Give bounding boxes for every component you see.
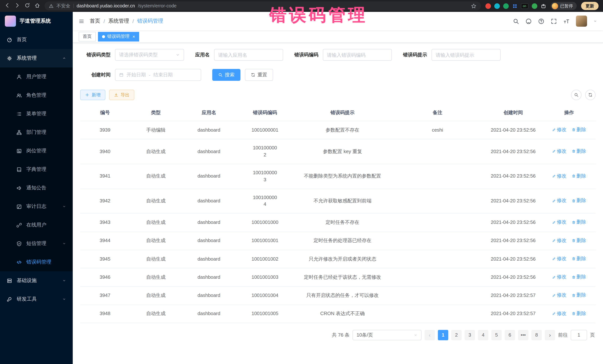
page-button[interactable]: 1 xyxy=(438,330,448,340)
page-button[interactable]: 4 xyxy=(478,330,488,340)
edit-button[interactable]: 修改 xyxy=(552,255,567,263)
delete-button[interactable]: 删除 xyxy=(572,219,586,226)
browser-reload-button[interactable] xyxy=(24,2,30,10)
sidebar-item-menu-mgmt[interactable]: 菜单管理 xyxy=(0,105,73,123)
plus-icon xyxy=(85,93,89,97)
error-type-select[interactable]: 请选择错误码类型 xyxy=(115,49,184,61)
sidebar-item-role-mgmt[interactable]: 角色管理 xyxy=(0,86,73,105)
sidebar-item-online-users[interactable]: 在线用户 xyxy=(0,216,73,234)
close-icon[interactable]: × xyxy=(132,34,135,39)
delete-button[interactable]: 删除 xyxy=(572,173,586,180)
sidebar-item-user-mgmt[interactable]: 用户管理 xyxy=(0,67,73,86)
delete-button[interactable]: 删除 xyxy=(572,126,586,133)
help-icon[interactable] xyxy=(538,18,544,24)
edit-button[interactable]: 修改 xyxy=(552,219,567,226)
edit-button[interactable]: 修改 xyxy=(552,197,567,204)
breadcrumb-system-mgmt[interactable]: 系统管理 xyxy=(108,18,129,24)
page-button[interactable]: 5 xyxy=(491,330,502,340)
sidebar-item-audit-log[interactable]: 审计日志 xyxy=(0,197,73,216)
sidebar-item-dev-tools[interactable]: 研发工具 xyxy=(0,290,73,309)
edit-button[interactable]: 修改 xyxy=(552,292,567,299)
extension-icon[interactable] xyxy=(532,3,537,9)
sidebar-item-infrastructure[interactable]: 基础设施 xyxy=(0,271,73,290)
fullscreen-icon[interactable] xyxy=(551,18,557,24)
bookmark-star-icon[interactable] xyxy=(471,3,476,9)
search-icon[interactable] xyxy=(513,18,519,24)
delete-button[interactable]: 删除 xyxy=(572,292,586,299)
delete-button[interactable]: 删除 xyxy=(572,310,586,317)
security-chip[interactable]: 不安全 xyxy=(56,3,70,9)
extension-icon[interactable] xyxy=(503,3,509,9)
github-icon[interactable] xyxy=(525,18,532,24)
page-button[interactable]: 8 xyxy=(531,330,542,340)
warning-icon xyxy=(49,4,53,8)
table-row: 3946 自动生成 dashboard 1001001003 定时任务已经处于该… xyxy=(80,268,596,287)
browser-home-button[interactable] xyxy=(35,2,40,10)
sidebar-item-home[interactable]: 首页 xyxy=(0,30,73,49)
extension-grid-icon[interactable] xyxy=(512,3,517,9)
delete-button[interactable]: 删除 xyxy=(572,197,586,204)
pencil-icon xyxy=(552,128,556,132)
edit-button[interactable]: 修改 xyxy=(552,173,567,180)
extensions-puzzle-icon[interactable] xyxy=(541,3,546,9)
extension-icon[interactable] xyxy=(494,3,500,9)
error-hint-input[interactable] xyxy=(431,49,500,61)
next-page-button[interactable]: › xyxy=(545,330,555,340)
show-search-toggle-button[interactable] xyxy=(571,90,581,100)
edit-button[interactable]: 修改 xyxy=(552,310,567,317)
app-logo[interactable]: 芋道管理系统 xyxy=(0,12,73,30)
delete-button[interactable]: 删除 xyxy=(572,274,586,281)
sidebar-item-notice[interactable]: 通知公告 xyxy=(0,179,73,197)
page-button[interactable]: 2 xyxy=(451,330,462,340)
font-size-icon[interactable] xyxy=(563,18,570,24)
tab-error-code-mgmt[interactable]: 错误码管理 × xyxy=(98,32,139,41)
export-button[interactable]: 导出 xyxy=(109,90,134,100)
error-code-input[interactable] xyxy=(323,49,392,61)
sidebar-collapse-button[interactable] xyxy=(79,18,84,24)
sidebar-item-dept-mgmt[interactable]: 部门管理 xyxy=(0,123,73,142)
search-icon xyxy=(218,73,223,77)
pencil-icon xyxy=(552,312,556,315)
trash-icon xyxy=(572,199,575,203)
page-button[interactable]: 3 xyxy=(464,330,475,340)
sidebar-item-system-mgmt[interactable]: 系统管理 xyxy=(0,49,73,67)
edit-button[interactable]: 修改 xyxy=(552,237,567,244)
app-name-input[interactable] xyxy=(214,49,283,61)
delete-button[interactable]: 删除 xyxy=(572,255,586,263)
search-icon xyxy=(574,93,579,97)
sidebar-item-dict-mgmt[interactable]: 字典管理 xyxy=(0,160,73,179)
sidebar: 芋道管理系统 首页 系统管理 用户管理 xyxy=(0,12,73,364)
avatar-caret-down-icon[interactable] xyxy=(593,19,597,23)
more-pages-button[interactable]: ••• xyxy=(518,330,528,340)
edit-button[interactable]: 修改 xyxy=(552,148,567,155)
page-button[interactable]: 6 xyxy=(505,330,515,340)
refresh-table-button[interactable] xyxy=(585,90,596,100)
delete-button[interactable]: 删除 xyxy=(572,237,586,244)
address-bar[interactable]: 不安全 dashboard.yudao.iocoder.cn/system/er… xyxy=(45,1,481,10)
table-row: 3941 自动生成 dashboard 100100000 3 不能删除类型为系… xyxy=(80,164,596,189)
extension-on-badge[interactable]: on xyxy=(521,3,528,9)
browser-forward-button[interactable] xyxy=(14,2,20,10)
page-size-select[interactable]: 10条/页 xyxy=(352,330,422,340)
browser-profile-chip[interactable]: 已暂停 xyxy=(550,2,577,10)
breadcrumb-home[interactable]: 首页 xyxy=(90,18,100,24)
user-avatar[interactable] xyxy=(576,16,587,27)
edit-button[interactable]: 修改 xyxy=(552,126,567,133)
browser-update-button[interactable]: 更新 xyxy=(581,2,599,10)
add-button[interactable]: 新增 xyxy=(80,90,105,100)
sidebar-item-post-mgmt[interactable]: 岗位管理 xyxy=(0,142,73,160)
shield-icon xyxy=(16,241,22,246)
filter-code-label: 错误码编码 xyxy=(294,52,318,58)
goto-page-input[interactable] xyxy=(571,330,587,340)
delete-button[interactable]: 删除 xyxy=(572,148,586,155)
tab-home[interactable]: 首页 xyxy=(79,32,96,41)
create-time-range-picker[interactable]: 开始日期 - 结束日期 xyxy=(115,69,201,81)
extension-icon[interactable] xyxy=(485,3,491,9)
browser-back-button[interactable] xyxy=(4,2,10,10)
search-button[interactable]: 搜索 xyxy=(212,69,241,81)
edit-button[interactable]: 修改 xyxy=(552,274,567,281)
prev-page-button[interactable]: ‹ xyxy=(425,330,435,340)
reset-button[interactable]: 重置 xyxy=(245,69,273,81)
sidebar-item-sms-mgmt[interactable]: 短信管理 xyxy=(0,234,73,253)
sidebar-item-error-code-mgmt[interactable]: 错误码管理 xyxy=(0,253,73,271)
